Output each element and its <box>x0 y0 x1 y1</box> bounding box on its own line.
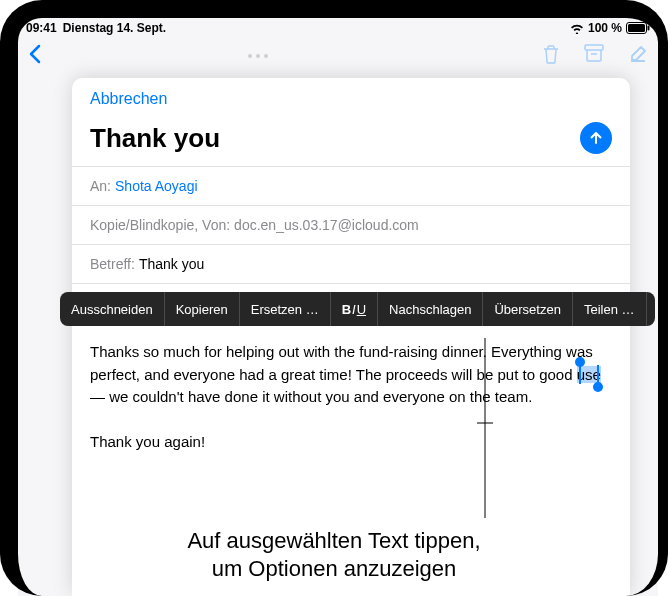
menu-lookup[interactable]: Nachschlagen <box>378 292 483 326</box>
to-label: An: <box>90 178 111 194</box>
cancel-button[interactable]: Abbrechen <box>90 90 167 107</box>
body-paragraph: Thanks so much for helping out with the … <box>90 341 612 409</box>
trash-icon[interactable] <box>542 44 560 68</box>
selected-text[interactable]: use <box>577 366 601 383</box>
to-recipient[interactable]: Shota Aoyagi <box>115 178 198 194</box>
menu-copy[interactable]: Kopieren <box>165 292 240 326</box>
email-title: Thank you <box>90 123 220 154</box>
selection-handle-end-icon[interactable] <box>593 382 603 392</box>
compose-icon[interactable] <box>628 44 648 68</box>
back-chevron-icon[interactable] <box>28 44 42 68</box>
svg-rect-3 <box>585 45 603 50</box>
battery-icon <box>626 22 650 34</box>
subject-field[interactable]: Betreff: Thank you <box>72 244 630 283</box>
archive-icon[interactable] <box>584 44 604 68</box>
svg-rect-1 <box>628 24 645 32</box>
subject-label: Betreff: <box>90 256 135 272</box>
status-date: Dienstag 14. Sept. <box>63 21 166 35</box>
svg-rect-2 <box>648 26 650 31</box>
compose-modal: Abbrechen Thank you An: Shota Aoyagi Kop… <box>72 78 630 596</box>
modal-grabber-icon <box>248 54 268 58</box>
wifi-icon <box>570 23 584 34</box>
menu-more-arrow-icon[interactable] <box>647 292 656 326</box>
menu-biu[interactable]: BIU <box>331 292 378 326</box>
edit-context-menu: Ausschneiden Kopieren Ersetzen … BIU Nac… <box>60 292 655 326</box>
from-address: doc.en_us.03.17@icloud.com <box>234 217 419 233</box>
subject-value: Thank you <box>139 256 204 272</box>
send-button[interactable] <box>580 122 612 154</box>
cc-label: Kopie/Blindkopie, Von: <box>90 217 230 233</box>
menu-translate[interactable]: Übersetzen <box>483 292 572 326</box>
body-closing: Thank you again! <box>90 431 612 452</box>
to-field[interactable]: An: Shota Aoyagi <box>72 166 630 205</box>
cc-bcc-field[interactable]: Kopie/Blindkopie, Von: doc.en_us.03.17@i… <box>72 205 630 244</box>
status-bar: 09:41 Dienstag 14. Sept. 100 % <box>18 18 658 38</box>
menu-share[interactable]: Teilen … <box>573 292 647 326</box>
status-time: 09:41 <box>26 21 57 35</box>
battery-percent: 100 % <box>588 21 622 35</box>
menu-cut[interactable]: Ausschneiden <box>60 292 165 326</box>
nav-bar <box>18 38 658 74</box>
menu-replace[interactable]: Ersetzen … <box>240 292 331 326</box>
